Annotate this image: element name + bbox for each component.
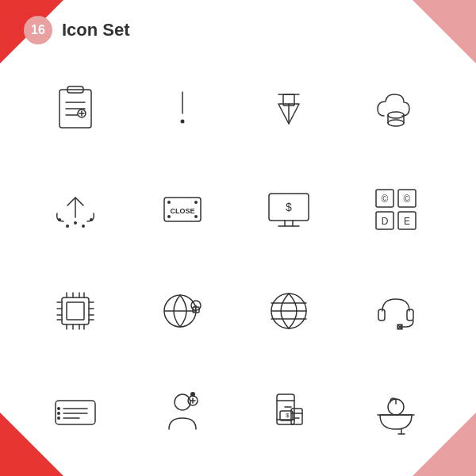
svg-text:©: © bbox=[381, 194, 388, 205]
svg-point-14 bbox=[388, 112, 404, 118]
svg-point-28 bbox=[167, 215, 171, 218]
svg-point-26 bbox=[167, 201, 171, 204]
main-container: 16 Icon Set bbox=[0, 0, 476, 472]
svg-point-17 bbox=[388, 120, 404, 126]
svg-point-27 bbox=[194, 201, 198, 204]
upload-arrow-icon bbox=[32, 166, 119, 253]
svg-point-79 bbox=[57, 407, 60, 410]
svg-point-19 bbox=[74, 221, 77, 225]
cloud-database-icon bbox=[352, 64, 440, 152]
svg-point-86 bbox=[190, 392, 195, 397]
svg-point-20 bbox=[66, 225, 69, 228]
svg-rect-71 bbox=[407, 309, 413, 321]
svg-point-23 bbox=[90, 218, 93, 221]
svg-rect-44 bbox=[67, 302, 84, 320]
globe-network-icon bbox=[245, 267, 332, 355]
svg-point-81 bbox=[57, 416, 60, 420]
mobile-payment-icon: $ bbox=[245, 369, 332, 456]
svg-point-29 bbox=[194, 215, 198, 218]
svg-text:©: © bbox=[403, 194, 410, 205]
svg-point-80 bbox=[57, 412, 60, 415]
svg-text:CLOSE: CLOSE bbox=[170, 207, 194, 215]
card-list-icon bbox=[32, 369, 119, 456]
svg-rect-70 bbox=[378, 309, 385, 321]
svg-text:E: E bbox=[403, 216, 409, 227]
copyright-grid-icon: © © D E bbox=[352, 166, 440, 253]
exclamation-icon bbox=[139, 64, 226, 152]
cpu-chip-icon bbox=[32, 267, 119, 355]
svg-rect-75 bbox=[56, 401, 95, 424]
dessert-bowl-icon bbox=[352, 369, 440, 456]
svg-point-22 bbox=[58, 218, 61, 221]
monitor-dollar-icon: $ bbox=[245, 166, 332, 253]
pin-icon bbox=[245, 64, 332, 152]
svg-point-21 bbox=[82, 225, 85, 228]
page-title: Icon Set bbox=[62, 20, 130, 40]
svg-point-9 bbox=[180, 120, 184, 124]
clipboard-icon bbox=[32, 64, 119, 152]
person-badge-icon bbox=[139, 369, 226, 456]
svg-text:$: $ bbox=[286, 201, 292, 213]
globe-lock-icon bbox=[139, 267, 226, 355]
headset-icon bbox=[352, 267, 440, 355]
svg-text:$: $ bbox=[286, 412, 290, 419]
page-header: 16 Icon Set bbox=[24, 16, 452, 44]
icon-count-badge: 16 bbox=[24, 16, 52, 44]
close-sign-icon: CLOSE bbox=[139, 166, 226, 253]
svg-rect-43 bbox=[62, 298, 89, 324]
icon-grid: CLOSE $ © © bbox=[24, 64, 452, 456]
svg-text:D: D bbox=[381, 216, 388, 227]
